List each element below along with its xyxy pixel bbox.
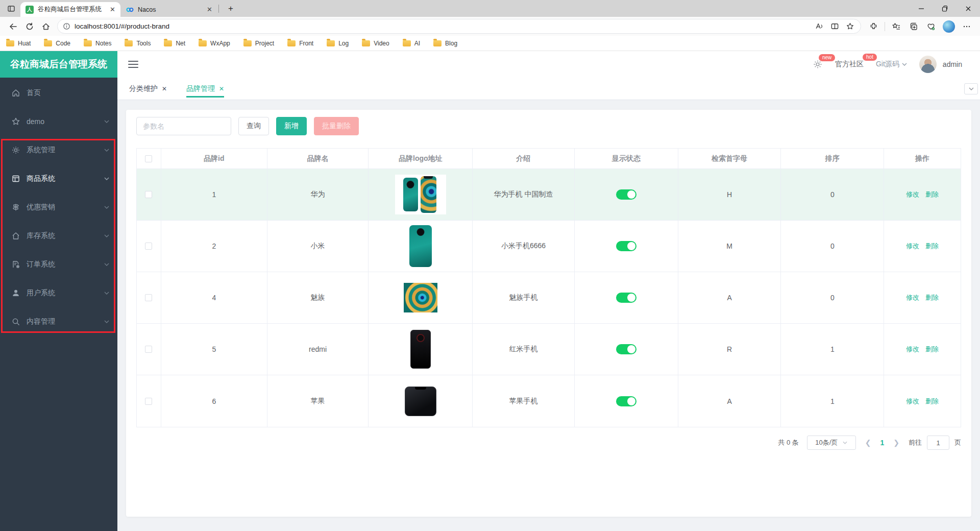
sidebar-item-order[interactable]: 订单系统 [0, 250, 117, 279]
prev-page-icon[interactable]: ❮ [864, 439, 872, 447]
bookmark-project[interactable]: Project [243, 40, 274, 47]
tabs-dropdown-button[interactable] [964, 83, 978, 94]
read-aloud-icon[interactable] [812, 20, 827, 33]
sidebar-item-inventory[interactable]: 库存系统 [0, 222, 117, 250]
theme-settings[interactable]: new [813, 59, 823, 69]
sidebar-item-system[interactable]: 系统管理 [0, 136, 117, 164]
tab-category-maintain[interactable]: 分类维护 ✕ [129, 78, 167, 100]
extensions-icon[interactable] [865, 19, 881, 34]
bookmark-video[interactable]: Video [362, 40, 389, 47]
edit-link[interactable]: 修改 [906, 345, 919, 354]
browser-essentials-icon[interactable] [923, 19, 939, 34]
status-toggle-on[interactable] [616, 293, 636, 303]
edit-link[interactable]: 修改 [906, 242, 919, 251]
table-row: 6 苹果 苹果手机 A 1 修改删除 [137, 375, 961, 427]
add-button[interactable]: 新增 [276, 117, 307, 135]
site-info-icon[interactable] [63, 22, 70, 30]
meizu-phone-image [404, 283, 437, 312]
sidebar-toggle-icon[interactable] [128, 61, 138, 68]
bookmark-notes[interactable]: Notes [84, 40, 111, 47]
close-window-button[interactable] [957, 0, 980, 17]
restore-button[interactable] [933, 0, 957, 17]
bookmark-ai[interactable]: AI [403, 40, 420, 47]
column-header-id: 品牌id [161, 149, 267, 168]
bookmark-wxapp[interactable]: WxApp [199, 40, 230, 47]
browser-tab-nacos[interactable]: Nacos ✕ [120, 2, 217, 17]
browser-tab-active[interactable]: 人 谷粒商城后台管理系统 ✕ [20, 2, 120, 17]
bookmark-code[interactable]: Code [44, 40, 70, 47]
new-tab-button[interactable]: + [224, 4, 237, 14]
row-checkbox[interactable] [145, 243, 152, 250]
delete-link[interactable]: 删除 [925, 397, 939, 406]
folder-icon [125, 40, 133, 46]
status-toggle-on[interactable] [616, 396, 636, 406]
goto-page-input[interactable] [927, 436, 949, 450]
sidebar-item-content[interactable]: 内容管理 [0, 307, 117, 336]
sidebar-item-user[interactable]: 用户系统 [0, 279, 117, 307]
favorite-star-icon[interactable] [842, 20, 857, 33]
close-icon[interactable]: ✕ [162, 85, 167, 92]
folder-icon [327, 40, 335, 46]
home-icon[interactable] [38, 19, 54, 34]
status-toggle-on[interactable] [616, 241, 636, 251]
bookmark-label: Notes [95, 40, 111, 47]
status-toggle-on[interactable] [616, 344, 636, 354]
chevron-down-icon [902, 63, 907, 66]
git-source-dropdown[interactable]: Git源码 [876, 60, 907, 69]
tab-group-add-icon[interactable] [905, 19, 922, 34]
delete-link[interactable]: 删除 [925, 190, 939, 199]
chevron-down-icon [969, 87, 974, 90]
tab-actions-icon[interactable] [4, 2, 18, 15]
bookmark-front[interactable]: Front [287, 40, 313, 47]
toolbar-divider [885, 22, 885, 31]
sidebar-item-marketing[interactable]: 优惠营销 [0, 193, 117, 222]
current-page-number[interactable]: 1 [877, 439, 887, 447]
edit-link[interactable]: 修改 [906, 397, 919, 406]
community-link[interactable]: 官方社区 hot [835, 60, 864, 69]
split-screen-icon[interactable] [827, 20, 842, 33]
user-avatar[interactable] [919, 56, 937, 73]
close-tab-icon[interactable]: ✕ [110, 6, 115, 13]
bookmark-log[interactable]: Log [327, 40, 349, 47]
settings-more-icon[interactable] [959, 19, 975, 34]
pagination-bar: 共 0 条 10条/页 ❮ 1 ❯ 前往 页 [136, 436, 961, 450]
status-toggle-on[interactable] [616, 189, 636, 200]
browser-profile-avatar[interactable] [943, 20, 955, 33]
sidebar-item-home[interactable]: 首页 [0, 79, 117, 107]
bookmark-tools[interactable]: Tools [125, 40, 151, 47]
close-icon[interactable]: ✕ [219, 85, 224, 92]
edit-link[interactable]: 修改 [906, 190, 919, 199]
page-size-select[interactable]: 10条/页 [807, 436, 856, 450]
goto-label: 前往 [909, 438, 922, 447]
url-field[interactable]: localhost:8001/#/product-brand [57, 19, 861, 34]
back-icon[interactable] [5, 19, 21, 34]
select-all-checkbox[interactable] [145, 155, 152, 162]
edit-link[interactable]: 修改 [906, 293, 919, 302]
row-checkbox[interactable] [145, 398, 152, 405]
sidebar-item-demo[interactable]: demo [0, 107, 117, 136]
close-tab-icon[interactable]: ✕ [207, 6, 212, 13]
delete-link[interactable]: 删除 [925, 293, 939, 302]
bookmark-blog[interactable]: Blog [433, 40, 457, 47]
chevron-down-icon [104, 234, 109, 237]
sidebar-item-product[interactable]: 商品系统 [0, 164, 117, 193]
delete-link[interactable]: 删除 [925, 345, 939, 354]
row-checkbox[interactable] [145, 294, 152, 301]
sidebar-item-label: 优惠营销 [27, 203, 98, 212]
browser-tab-title: Nacos [138, 6, 203, 13]
row-checkbox[interactable] [145, 346, 152, 353]
bookmark-huat[interactable]: Huat [6, 40, 31, 47]
next-page-icon[interactable]: ❯ [892, 439, 900, 447]
delete-link[interactable]: 删除 [925, 242, 939, 251]
row-checkbox[interactable] [145, 191, 152, 198]
collections-icon[interactable] [888, 19, 904, 34]
bookmark-net[interactable]: Net [164, 40, 185, 47]
minimize-button[interactable] [910, 0, 933, 17]
query-button[interactable]: 查询 [238, 117, 269, 135]
search-input[interactable] [136, 117, 231, 135]
batch-delete-button[interactable]: 批量删除 [314, 117, 359, 135]
refresh-icon[interactable] [21, 19, 38, 34]
page-unit-label: 页 [954, 438, 961, 447]
huawei-mate30-image [395, 175, 446, 214]
tab-brand-manage[interactable]: 品牌管理 ✕ [186, 78, 224, 100]
